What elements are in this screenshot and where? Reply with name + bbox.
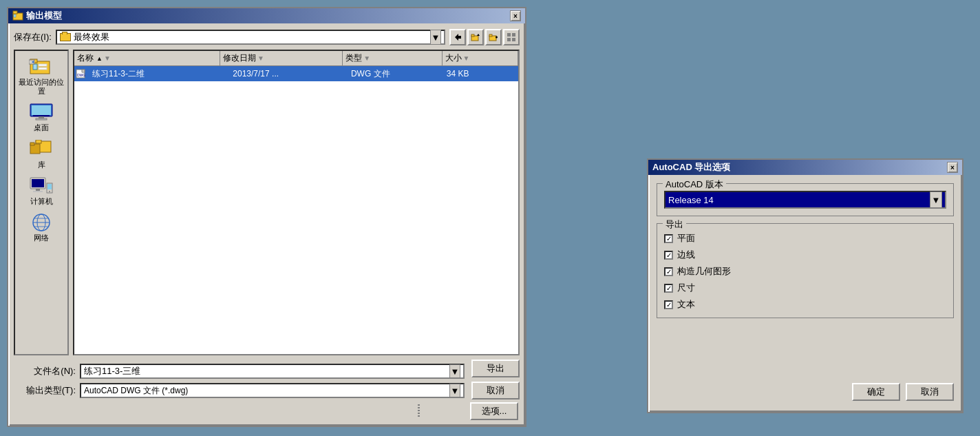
new-folder-button[interactable] [485, 29, 502, 45]
recent-label: 最近访问的位 置 [19, 78, 64, 96]
options-ok-button[interactable]: 确定 [852, 383, 900, 401]
location-toolbar: 保存在(I): 最终效果 ▼ [14, 29, 520, 45]
back-button[interactable] [449, 29, 466, 45]
checkbox-dimension: 尺寸 [664, 282, 946, 294]
dimension-label: 尺寸 [677, 282, 695, 294]
view-button[interactable] [503, 29, 520, 45]
options-dialog-title: AutoCAD 导出选项 [652, 161, 730, 174]
filetype-label: 输出类型(T): [14, 384, 76, 397]
options-footer: 确定 取消 [844, 377, 962, 406]
svg-rect-7 [507, 33, 511, 37]
filetype-dropdown-arrow[interactable]: ▼ [449, 384, 460, 397]
sidebar-item-recent[interactable]: 最近访问的位 置 [17, 54, 66, 98]
checkbox-edge: 边线 [664, 249, 946, 261]
plane-label: 平面 [677, 232, 695, 245]
options-cancel-button[interactable]: 取消 [906, 383, 954, 401]
col-header-name[interactable]: 名称 ▲ ▼ [74, 51, 220, 65]
main-dialog-titlebar: 输出模型 × [8, 8, 525, 23]
save-in-label: 保存在(I): [14, 31, 52, 43]
sidebar-item-desktop[interactable]: 桌面 [17, 101, 66, 134]
location-dropdown-arrow[interactable]: ▼ [430, 30, 441, 45]
bottom-section: 文件名(N): 练习11-3-三维 ▼ 输出类型(T): AutoCAD DWG… [14, 360, 520, 399]
sidebar-item-network[interactable]: 网络 [17, 211, 66, 245]
desktop-label: 桌面 [34, 123, 49, 132]
filename-label: 文件名(N): [14, 365, 76, 377]
bottom-fields: 文件名(N): 练习11-3-三维 ▼ 输出类型(T): AutoCAD DWG… [14, 364, 465, 398]
cancel-button[interactable]: 取消 [471, 382, 520, 399]
svg-rect-15 [39, 68, 47, 70]
checkbox-plane: 平面 [664, 232, 946, 245]
content-area: 最近访问的位 置 桌面 [14, 50, 520, 355]
main-dialog: 输出模型 × 保存在(I): 最终效果 ▼ [7, 7, 526, 427]
edge-checkbox[interactable] [664, 251, 673, 260]
up-folder-button[interactable] [467, 29, 484, 45]
sidebar-item-library[interactable]: 库 [17, 138, 66, 172]
action-buttons: 导出 取消 [471, 360, 520, 399]
filename-dropdown-arrow[interactable]: ▼ [449, 364, 460, 378]
options-dialog-titlebar: AutoCAD 导出选项 × [648, 160, 962, 175]
col-header-type[interactable]: 类型 ▼ [343, 51, 442, 65]
file-row[interactable]: DWG 练习11-3-二维 2013/7/17 ... DWG 文件 34 KB [74, 66, 518, 81]
main-dialog-body: 保存在(I): 最终效果 ▼ [8, 23, 525, 426]
svg-rect-31 [47, 184, 52, 189]
version-group-label: AutoCAD 版本 [663, 178, 726, 191]
version-group: AutoCAD 版本 Release 14 ▼ [657, 183, 954, 216]
text-checkbox[interactable] [664, 300, 673, 309]
export-group: 导出 平面 边线 构造几何图形 尺寸 文本 [657, 223, 954, 318]
filetype-value: AutoCAD DWG 文件 (*.dwg) [84, 385, 449, 397]
computer-icon [29, 176, 54, 196]
construct-checkbox[interactable] [664, 267, 673, 276]
filename-combo[interactable]: 练习11-3-三维 ▼ [80, 364, 465, 379]
export-button[interactable]: 导出 [471, 360, 520, 377]
options-button[interactable]: 选项... [470, 402, 518, 420]
svg-rect-4 [471, 34, 474, 37]
svg-rect-14 [39, 64, 47, 66]
options-dialog: AutoCAD 导出选项 × AutoCAD 版本 Release 14 ▼ 导… [647, 158, 963, 413]
svg-rect-27 [32, 179, 44, 187]
main-close-button[interactable]: × [510, 10, 521, 21]
svg-rect-10 [512, 38, 515, 41]
sidebar-item-computer[interactable]: 计算机 [17, 174, 66, 208]
svg-rect-13 [33, 64, 37, 70]
filetype-combo[interactable]: AutoCAD DWG 文件 (*.dwg) ▼ [80, 383, 465, 398]
checkbox-construct: 构造几何图形 [664, 265, 946, 278]
main-dialog-title: 输出模型 [26, 10, 62, 22]
svg-rect-25 [30, 143, 34, 145]
svg-text:DWG: DWG [77, 73, 85, 77]
svg-rect-28 [36, 189, 40, 191]
plane-checkbox[interactable] [664, 234, 673, 243]
toolbar-buttons [449, 29, 520, 45]
dimension-checkbox[interactable] [664, 284, 673, 293]
dialog-icon [12, 10, 23, 21]
options-close-button[interactable]: × [947, 162, 958, 173]
location-combo[interactable]: 最终效果 ▼ [56, 30, 445, 45]
version-selected: Release 14 [668, 195, 930, 205]
desktop-icon [29, 103, 54, 122]
recent-icon [29, 56, 54, 76]
network-icon [29, 213, 54, 232]
svg-rect-9 [507, 38, 511, 41]
svg-point-32 [49, 191, 50, 192]
file-list-body: DWG 练习11-3-二维 2013/7/17 ... DWG 文件 34 KB [74, 66, 518, 354]
version-combo[interactable]: Release 14 ▼ [664, 191, 946, 209]
svg-marker-39 [82, 70, 85, 72]
file-name: 练习11-3-二维 [89, 68, 230, 80]
folder-icon [60, 33, 71, 41]
filename-row: 文件名(N): 练习11-3-三维 ▼ [14, 364, 465, 379]
text-label: 文本 [677, 298, 695, 311]
file-size: 34 KB [444, 69, 517, 79]
divider [418, 404, 420, 418]
file-list-header: 名称 ▲ ▼ 修改日期 ▼ 类型 ▼ 大小 ▼ [74, 51, 518, 66]
library-label: 库 [38, 160, 45, 169]
filetype-row: 输出类型(T): AutoCAD DWG 文件 (*.dwg) ▼ [14, 383, 465, 398]
file-list-area: 名称 ▲ ▼ 修改日期 ▼ 类型 ▼ 大小 ▼ [73, 50, 520, 355]
svg-rect-6 [489, 34, 492, 37]
checkbox-text: 文本 [664, 298, 946, 311]
svg-rect-21 [33, 115, 50, 116]
col-header-date[interactable]: 修改日期 ▼ [220, 51, 343, 65]
version-dropdown-arrow[interactable]: ▼ [930, 191, 942, 208]
export-group-label: 导出 [663, 218, 686, 231]
edge-label: 边线 [677, 249, 695, 261]
options-row: 选项... [14, 402, 520, 420]
col-header-size[interactable]: 大小 ▼ [443, 51, 519, 65]
